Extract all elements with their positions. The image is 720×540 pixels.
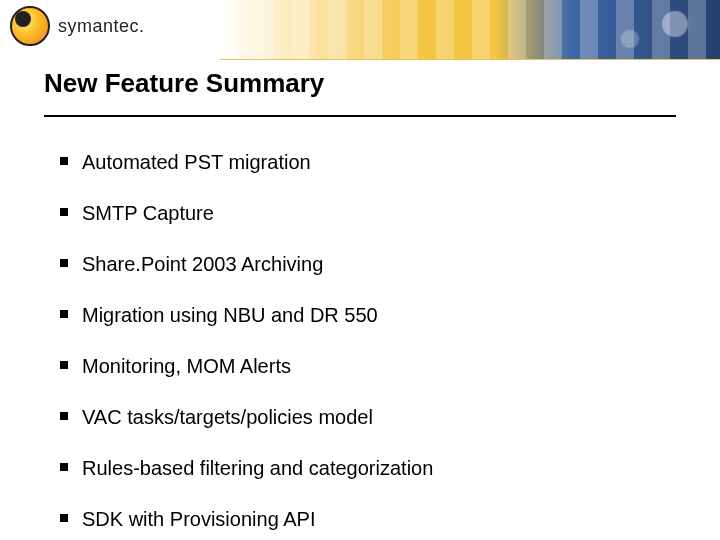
bullet-list: Automated PST migration SMTP Capture Sha… — [60, 150, 660, 540]
list-item-text: Rules-based filtering and categorization — [82, 457, 433, 479]
list-item: Share.Point 2003 Archiving — [60, 252, 660, 277]
list-item-text: Monitoring, MOM Alerts — [82, 355, 291, 377]
list-item: Migration using NBU and DR 550 — [60, 303, 660, 328]
brand-logo: symantec. — [10, 6, 145, 46]
bullet-square-icon — [60, 412, 68, 420]
list-item: Monitoring, MOM Alerts — [60, 354, 660, 379]
bullet-square-icon — [60, 208, 68, 216]
bullet-square-icon — [60, 514, 68, 522]
slide: symantec. New Feature Summary Automated … — [0, 0, 720, 540]
bullet-square-icon — [60, 463, 68, 471]
list-item-text: Migration using NBU and DR 550 — [82, 304, 378, 326]
list-item-text: Share.Point 2003 Archiving — [82, 253, 323, 275]
list-item-text: SDK with Provisioning API — [82, 508, 315, 530]
list-item: SDK with Provisioning API — [60, 507, 660, 532]
brand-name: symantec. — [58, 16, 145, 37]
title-rule — [44, 115, 676, 117]
list-item: Automated PST migration — [60, 150, 660, 175]
list-item-text: VAC tasks/targets/policies model — [82, 406, 373, 428]
slide-title: New Feature Summary — [44, 68, 324, 99]
bullet-square-icon — [60, 259, 68, 267]
header-banner — [220, 0, 720, 60]
list-item-text: Automated PST migration — [82, 151, 311, 173]
list-item-text: SMTP Capture — [82, 202, 214, 224]
list-item: VAC tasks/targets/policies model — [60, 405, 660, 430]
list-item: Rules-based filtering and categorization — [60, 456, 660, 481]
header: symantec. — [0, 0, 720, 60]
list-item: SMTP Capture — [60, 201, 660, 226]
bullet-square-icon — [60, 361, 68, 369]
bullet-square-icon — [60, 157, 68, 165]
bullet-square-icon — [60, 310, 68, 318]
symantec-logo-icon — [10, 6, 50, 46]
